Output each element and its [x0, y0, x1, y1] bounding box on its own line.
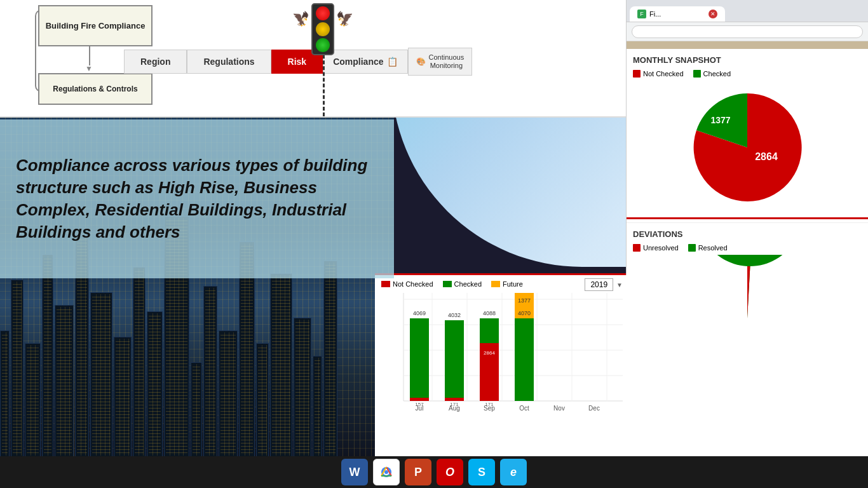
checked-legend: Checked [693, 70, 731, 78]
not-checked-color [633, 70, 641, 78]
resolved-slice [698, 255, 802, 318]
bfc-box: Building Fire Compliance [38, 5, 153, 46]
svg-text:Dec: Dec [588, 405, 600, 412]
unresolved-legend: Unresolved [633, 244, 679, 252]
nav-tabs: Region Regulations Risk Compliance 📋 🎨 C… [124, 48, 472, 76]
unresolved-label: Unresolved [643, 244, 679, 252]
svg-text:2864: 2864 [755, 151, 778, 162]
svg-text:14685: 14685 [738, 323, 763, 333]
powerpoint-taskbar-icon[interactable]: P [405, 459, 431, 485]
nc-legend-color [381, 281, 390, 287]
traffic-light-icon: 🦅 🦅 [311, 3, 334, 55]
rc-box: Regulations & Controls [38, 73, 153, 105]
taskbar: W P O S e [0, 456, 868, 488]
bar-chart-panel: 2019 ▼ Not Checked Checked Future 4069 [375, 275, 629, 456]
unresolved-slice [747, 266, 750, 318]
jul-nc-bar [410, 398, 429, 401]
not-checked-legend: Not Checked [633, 70, 684, 78]
aug-nc-bar [445, 398, 464, 401]
checked-color [693, 70, 701, 78]
tab-compliance[interactable]: Compliance 📋 [323, 50, 407, 74]
svg-text:4088: 4088 [483, 310, 496, 316]
monitoring-wheel-icon: 🎨 [416, 57, 426, 66]
ie-taskbar-icon[interactable]: e [500, 459, 527, 485]
svg-text:Aug: Aug [449, 405, 460, 412]
unresolved-color [633, 244, 641, 252]
f-legend-color [491, 281, 500, 287]
resolved-color [688, 244, 696, 252]
monthly-snapshot-title: MONTHLY SNAPSHOT [633, 55, 862, 65]
svg-text:1377: 1377 [518, 297, 531, 304]
resolved-label: Resolved [698, 244, 728, 252]
tab-regulations[interactable]: Regulations [187, 50, 271, 74]
tab-region[interactable]: Region [124, 50, 187, 74]
oct-checked-bar [515, 318, 534, 401]
f-legend-label: Future [503, 280, 523, 288]
word-taskbar-icon[interactable]: W [341, 459, 368, 485]
svg-text:Nov: Nov [553, 405, 565, 412]
chrome-taskbar-icon[interactable] [373, 459, 400, 485]
year-selector: 2019 ▼ [585, 278, 623, 291]
year-value[interactable]: 2019 [585, 278, 613, 291]
bar-chart-svg: 4069 157 4032 171 4088 2864 171 4070 137… [381, 293, 623, 433]
c-legend-label: Checked [454, 280, 482, 288]
svg-text:4070: 4070 [518, 310, 531, 316]
svg-text:4069: 4069 [413, 310, 426, 316]
checked-bar-legend: Checked [443, 280, 482, 288]
svg-text:1377: 1377 [710, 115, 730, 125]
monthly-snapshot-section: MONTHLY SNAPSHOT Not Checked Checked [627, 49, 868, 217]
compliance-text-overlay: Compliance across various types of build… [0, 119, 394, 278]
opera-taskbar-icon[interactable]: O [437, 459, 463, 485]
svg-point-33 [384, 470, 388, 474]
favicon: F [637, 10, 646, 18]
skype-taskbar-icon[interactable]: S [468, 459, 495, 485]
tl-green-light [316, 38, 330, 52]
svg-text:Sep: Sep [484, 405, 495, 412]
not-checked-label: Not Checked [643, 70, 684, 78]
resolved-legend: Resolved [688, 244, 728, 252]
svg-text:2864: 2864 [484, 350, 495, 356]
chrome-tabs: F Fi... ✕ [627, 0, 868, 22]
deviations-legend: Unresolved Resolved [633, 244, 862, 252]
svg-text:4032: 4032 [448, 312, 461, 318]
chrome-tab[interactable]: F Fi... ✕ [630, 6, 725, 22]
year-dropdown-arrow[interactable]: ▼ [616, 281, 623, 288]
clipboard-icon: 📋 [387, 57, 398, 67]
monthly-snapshot-legend: Not Checked Checked [633, 70, 862, 78]
monthly-pie-chart: 2864 1377 [633, 81, 862, 208]
svg-text:Jul: Jul [416, 405, 424, 412]
svg-text:414: 414 [757, 273, 770, 282]
future-bar-legend: Future [491, 280, 523, 288]
tab-monitoring[interactable]: 🎨 ContinuousMonitoring [408, 48, 473, 76]
jul-checked-bar [410, 318, 429, 401]
tl-red-light [316, 6, 330, 20]
tl-yellow-light [316, 22, 330, 36]
checked-label: Checked [703, 70, 731, 78]
c-legend-color [443, 281, 452, 287]
aug-checked-bar [445, 320, 464, 401]
close-tab-button[interactable]: ✕ [709, 10, 717, 18]
chart-separator [375, 273, 626, 275]
compliance-description: Compliance across various types of build… [16, 154, 378, 243]
right-panel: F Fi... ✕ MONTHLY SNAPSHOT Not Checked C… [626, 0, 868, 488]
deviations-pie-chart: 14685 414 [633, 255, 862, 382]
deviations-title: DEVIATIONS [633, 229, 862, 239]
rc-label: Regulations & Controls [53, 85, 137, 93]
svg-text:Oct: Oct [519, 405, 529, 412]
not-checked-bar-legend: Not Checked [381, 280, 433, 288]
bfc-label: Building Fire Compliance [46, 21, 146, 30]
deviations-section: DEVIATIONS Unresolved Resolved [627, 222, 868, 391]
nc-legend-label: Not Checked [393, 280, 433, 288]
down-arrow [89, 46, 90, 65]
